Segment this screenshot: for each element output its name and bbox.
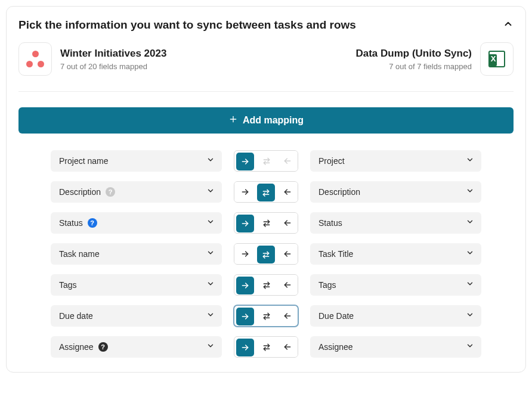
direction-toggle[interactable] [234, 150, 298, 172]
right-field-label: Due Date [318, 311, 354, 321]
left-field-select[interactable]: Task name [51, 243, 222, 265]
tools-row: Winter Initiatives 2023 7 out of 20 fiel… [18, 42, 514, 92]
chevron-down-icon [206, 249, 215, 259]
chevron-down-icon [466, 218, 474, 228]
chevron-down-icon [206, 218, 215, 228]
info-icon: ? [88, 218, 97, 228]
left-tool-subtitle: 7 out of 20 fields mapped [60, 62, 166, 71]
direction-right-button[interactable] [236, 215, 254, 232]
right-field-label: Assignee [318, 342, 353, 352]
left-field-label: Due date [59, 311, 93, 321]
direction-left-button[interactable] [277, 306, 298, 326]
right-field-label: Description [318, 187, 360, 197]
direction-both-button[interactable] [256, 213, 277, 233]
mapping-row: Description?Description [51, 181, 481, 203]
chevron-down-icon [206, 187, 215, 197]
chevron-down-icon [206, 342, 215, 352]
direction-both-button[interactable] [257, 184, 275, 201]
left-field-label: Task name [59, 249, 100, 259]
direction-toggle[interactable] [234, 181, 298, 203]
excel-icon [480, 42, 514, 76]
direction-right-button[interactable] [236, 308, 254, 325]
direction-both-button[interactable] [256, 275, 277, 295]
right-field-select[interactable]: Due Date [310, 305, 481, 327]
direction-left-button[interactable] [277, 337, 298, 357]
direction-right-button[interactable] [234, 182, 255, 202]
left-field-select[interactable]: Assignee? [51, 336, 222, 358]
mapping-row: Status?Status [51, 212, 481, 234]
direction-left-button[interactable] [277, 182, 298, 202]
mapping-row: Task nameTask Title [51, 243, 481, 265]
mapping-row: Assignee?Assignee [51, 336, 481, 358]
direction-right-button[interactable] [236, 277, 254, 294]
direction-both-button[interactable] [257, 246, 275, 263]
chevron-down-icon [466, 280, 474, 290]
right-field-label: Task Title [318, 249, 353, 259]
chevron-down-icon [466, 187, 474, 197]
direction-toggle[interactable] [234, 336, 298, 358]
direction-toggle[interactable] [234, 274, 298, 296]
right-tool-subtitle: 7 out of 7 fields mapped [355, 62, 472, 71]
mapping-row: TagsTags [51, 274, 481, 296]
left-field-label: Description? [59, 187, 115, 197]
direction-toggle[interactable] [234, 243, 298, 265]
mapping-row: Project nameProject [51, 150, 481, 172]
right-tool-name: Data Dump (Unito Sync) [355, 48, 472, 60]
direction-toggle[interactable] [234, 212, 298, 234]
left-field-select[interactable]: Description? [51, 181, 222, 203]
right-field-select[interactable]: Description [310, 181, 481, 203]
left-field-label: Tags [59, 280, 77, 290]
add-mapping-button[interactable]: Add mapping [18, 107, 514, 134]
direction-both-button[interactable] [256, 337, 277, 357]
direction-left-button[interactable] [277, 151, 298, 171]
sync-fields-panel: Pick the information you want to sync be… [6, 6, 526, 373]
collapse-icon[interactable] [503, 18, 514, 32]
direction-left-button[interactable] [277, 244, 298, 264]
direction-toggle[interactable] [234, 305, 298, 327]
mapping-rows: Project nameProjectDescription?Descripti… [18, 150, 514, 358]
left-tool-name: Winter Initiatives 2023 [60, 48, 166, 60]
direction-right-button[interactable] [234, 244, 255, 264]
right-field-select[interactable]: Assignee [310, 336, 481, 358]
left-field-label: Project name [59, 156, 108, 166]
right-tool: Data Dump (Unito Sync) 7 out of 7 fields… [355, 42, 514, 76]
asana-icon [18, 42, 52, 76]
right-field-label: Status [318, 218, 342, 228]
left-field-label: Assignee? [59, 342, 108, 352]
add-mapping-label: Add mapping [243, 115, 304, 126]
chevron-down-icon [466, 156, 474, 166]
chevron-down-icon [206, 280, 215, 290]
right-field-select[interactable]: Task Title [310, 243, 481, 265]
info-icon: ? [106, 187, 115, 197]
right-field-select[interactable]: Status [310, 212, 481, 234]
mapping-row: Due dateDue Date [51, 305, 481, 327]
right-field-select[interactable]: Project [310, 150, 481, 172]
chevron-down-icon [206, 311, 215, 321]
plus-icon [228, 114, 238, 126]
right-field-label: Project [318, 156, 345, 166]
direction-both-button[interactable] [256, 306, 277, 326]
info-icon: ? [98, 342, 108, 352]
panel-header: Pick the information you want to sync be… [18, 18, 514, 32]
left-field-select[interactable]: Due date [51, 305, 222, 327]
panel-title: Pick the information you want to sync be… [18, 18, 356, 32]
left-field-select[interactable]: Project name [51, 150, 222, 172]
left-field-label: Status? [59, 218, 97, 228]
chevron-down-icon [466, 342, 474, 352]
right-field-label: Tags [318, 280, 336, 290]
chevron-down-icon [466, 311, 474, 321]
direction-right-button[interactable] [236, 339, 254, 356]
left-field-select[interactable]: Status? [51, 212, 222, 234]
left-tool: Winter Initiatives 2023 7 out of 20 fiel… [18, 42, 166, 76]
direction-left-button[interactable] [277, 213, 298, 233]
left-field-select[interactable]: Tags [51, 274, 222, 296]
direction-right-button[interactable] [236, 153, 254, 170]
chevron-down-icon [466, 249, 474, 259]
direction-left-button[interactable] [277, 275, 298, 295]
chevron-down-icon [206, 156, 215, 166]
right-field-select[interactable]: Tags [310, 274, 481, 296]
direction-both-button[interactable] [256, 151, 277, 171]
